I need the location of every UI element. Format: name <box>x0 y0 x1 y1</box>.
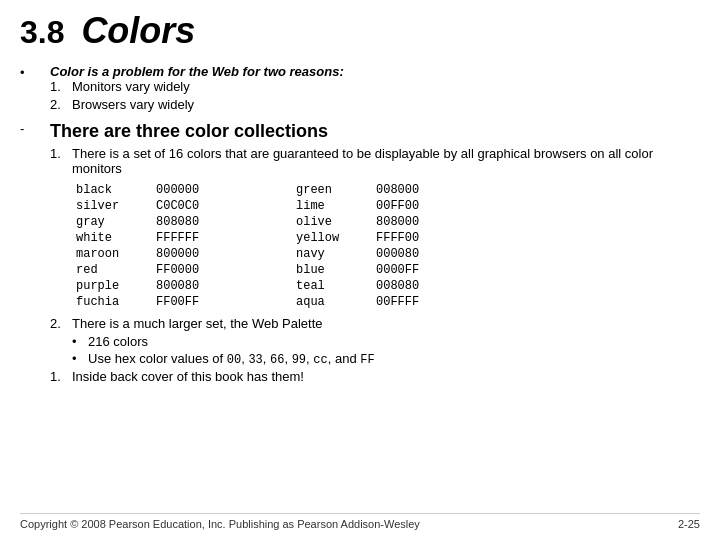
color-name-left: gray <box>72 214 152 230</box>
color-hex-right: 008000 <box>372 182 452 198</box>
sub-item-2-marker: 2. <box>50 97 72 112</box>
section2-item2-marker: 2. <box>50 316 72 331</box>
section2-item2: 2. There is a much larger set, the Web P… <box>50 316 700 331</box>
color-name-left: purple <box>72 278 152 294</box>
bullet-1: • Color is a problem for the Web for two… <box>20 64 700 115</box>
sub-item-1: 1. Monitors vary widely <box>50 79 700 94</box>
color-name-right: yellow <box>292 230 372 246</box>
color-hex-left: 808080 <box>152 214 232 230</box>
code-33: 33 <box>248 353 262 367</box>
section-title: Colors <box>81 10 195 51</box>
color-name-right: aqua <box>292 294 372 310</box>
color-spacer <box>232 214 292 230</box>
code-99: 99 <box>292 353 306 367</box>
section-2-content: There are three color collections 1. The… <box>50 121 700 387</box>
bullet-marker-1: • <box>20 64 50 115</box>
section-2-heading: There are three color collections <box>50 121 700 142</box>
color-hex-left: C0C0C0 <box>152 198 232 214</box>
footer-page: 2-25 <box>678 518 700 530</box>
color-hex-left: 800000 <box>152 246 232 262</box>
color-spacer <box>232 182 292 198</box>
color-hex-left: 000000 <box>152 182 232 198</box>
section2-item3: 1. Inside back cover of this book has th… <box>50 369 700 384</box>
bullet-1-content: Color is a problem for the Web for two r… <box>50 64 700 115</box>
bullet-1-sublist: 1. Monitors vary widely 2. Browsers vary… <box>50 79 700 112</box>
color-hex-right: 808000 <box>372 214 452 230</box>
color-hex-right: 00FFFF <box>372 294 452 310</box>
color-spacer <box>232 294 292 310</box>
code-00: 00 <box>227 353 241 367</box>
color-spacer <box>232 246 292 262</box>
color-hex-right: 000080 <box>372 246 452 262</box>
sub-bullet-hex-text: Use hex color values of 00, 33, 66, 99, … <box>88 351 700 367</box>
color-name-left: white <box>72 230 152 246</box>
color-name-left: red <box>72 262 152 278</box>
section2-item1-marker: 1. <box>50 146 72 176</box>
bullet-1-text: Color is a problem for the Web for two r… <box>50 64 344 79</box>
color-name-right: lime <box>292 198 372 214</box>
color-hex-right: FFFF00 <box>372 230 452 246</box>
color-name-left: black <box>72 182 152 198</box>
code-66: 66 <box>270 353 284 367</box>
section-2: - There are three color collections 1. T… <box>20 121 700 387</box>
color-hex-right: 00FF00 <box>372 198 452 214</box>
code-cc: cc <box>313 353 327 367</box>
color-hex-right: 0000FF <box>372 262 452 278</box>
color-hex-right: 008080 <box>372 278 452 294</box>
color-table: black000000green008000silverC0C0C0lime00… <box>72 182 700 310</box>
section-number: 3.8 <box>20 14 64 50</box>
sub-bullet-216-text: 216 colors <box>88 334 700 349</box>
footer: Copyright © 2008 Pearson Education, Inc.… <box>20 513 700 530</box>
sub-bullet-216-marker: • <box>72 334 88 349</box>
color-name-right: navy <box>292 246 372 262</box>
color-name-right: olive <box>292 214 372 230</box>
section2-item1-text: There is a set of 16 colors that are gua… <box>72 146 700 176</box>
color-spacer <box>232 262 292 278</box>
color-name-right: teal <box>292 278 372 294</box>
sub-item-1-text: Monitors vary widely <box>72 79 700 94</box>
color-hex-left: FF0000 <box>152 262 232 278</box>
color-hex-left: 800080 <box>152 278 232 294</box>
color-hex-left: FF00FF <box>152 294 232 310</box>
dash-marker: - <box>20 121 50 387</box>
page-title: 3.8 Colors <box>20 10 700 52</box>
color-name-left: maroon <box>72 246 152 262</box>
section2-item2-text: There is a much larger set, the Web Pale… <box>72 316 700 331</box>
code-FF: FF <box>360 353 374 367</box>
sub-bullet-hex: • Use hex color values of 00, 33, 66, 99… <box>72 351 700 367</box>
color-name-right: green <box>292 182 372 198</box>
section2-item3-marker: 1. <box>50 369 72 384</box>
section2-item1: 1. There is a set of 16 colors that are … <box>50 146 700 176</box>
color-name-left: fuchia <box>72 294 152 310</box>
sub-item-2: 2. Browsers vary widely <box>50 97 700 112</box>
color-spacer <box>232 278 292 294</box>
sub-item-1-marker: 1. <box>50 79 72 94</box>
sub-item-2-text: Browsers vary widely <box>72 97 700 112</box>
footer-copyright: Copyright © 2008 Pearson Education, Inc.… <box>20 518 420 530</box>
color-name-right: blue <box>292 262 372 278</box>
sub-bullet-hex-marker: • <box>72 351 88 367</box>
sub-bullet-216: • 216 colors <box>72 334 700 349</box>
color-name-left: silver <box>72 198 152 214</box>
section2-item3-text: Inside back cover of this book has them! <box>72 369 700 384</box>
color-spacer <box>232 230 292 246</box>
color-hex-left: FFFFFF <box>152 230 232 246</box>
color-spacer <box>232 198 292 214</box>
